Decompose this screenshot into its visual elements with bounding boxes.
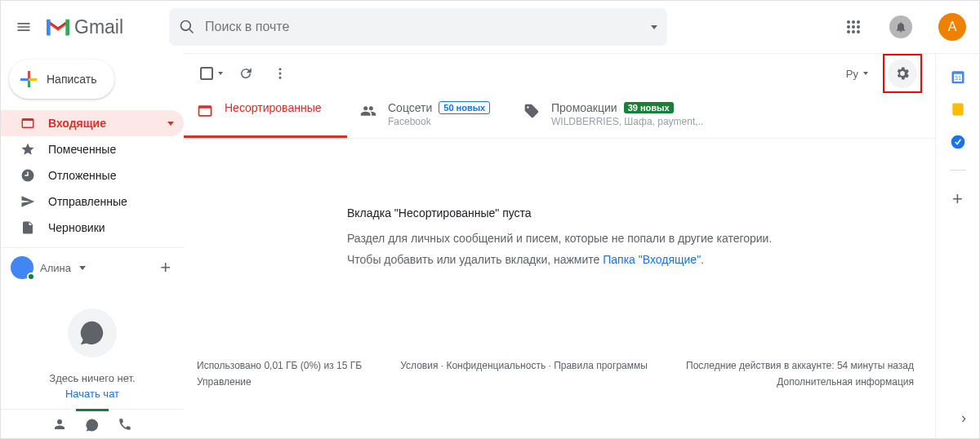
refresh-icon — [238, 66, 253, 81]
hangouts-tab-contacts[interactable] — [43, 410, 76, 439]
nav-snoozed[interactable]: Отложенные — [1, 162, 184, 188]
addon-divider — [950, 170, 966, 171]
footer-storage-line1: Использовано 0,01 ГБ (0%) из 15 ГБ — [197, 357, 362, 374]
lang-label: Ру — [846, 68, 858, 80]
tab-social-badge: 50 новых — [439, 101, 490, 114]
gear-icon — [894, 65, 911, 82]
presence-badge — [27, 273, 35, 281]
keep-icon — [950, 101, 966, 118]
svg-point-5 — [857, 25, 860, 29]
gmail-logo-icon — [47, 18, 69, 36]
footer-activity-details-link[interactable]: Дополнительная информация — [777, 376, 914, 388]
search-options-caret[interactable] — [651, 25, 657, 29]
bell-icon — [894, 20, 907, 33]
hangouts-empty-state: Здесь ничего нет. Начать чат — [1, 284, 184, 400]
select-all-checkbox[interactable] — [197, 59, 226, 88]
empty-title: Вкладка "Несортированные" пуста — [347, 202, 922, 224]
nav-starred[interactable]: Помеченные — [1, 136, 184, 162]
more-menu-button[interactable] — [265, 59, 295, 88]
nav-inbox[interactable]: Входящие — [1, 110, 184, 136]
tasks-icon — [950, 134, 966, 150]
inbox-icon — [20, 116, 35, 131]
file-icon — [20, 220, 35, 235]
nav-sent-label: Отправленные — [48, 195, 127, 208]
clock-icon — [20, 168, 35, 183]
footer-storage-manage-link[interactable]: Управление — [197, 376, 252, 388]
hamburger-icon — [16, 19, 32, 35]
tab-primary-label: Несортированные — [225, 101, 322, 114]
compose-label: Написать — [47, 73, 96, 86]
primary-tab-icon — [197, 103, 213, 119]
svg-point-8 — [857, 30, 860, 33]
footer-links[interactable]: Условия · Конфиденциальность · Правила п… — [400, 357, 648, 391]
nav-drafts-label: Черновики — [48, 221, 105, 234]
tab-social[interactable]: Соцсети 50 новых Facebook — [347, 93, 510, 138]
promo-tab-icon — [523, 103, 540, 119]
search-icon — [179, 19, 195, 35]
compose-button[interactable]: Написать — [9, 60, 114, 99]
checkbox-icon — [200, 67, 213, 80]
phone-icon — [118, 417, 132, 432]
tab-primary[interactable]: Несортированные — [184, 93, 347, 138]
notifications-button[interactable] — [889, 16, 912, 38]
svg-rect-15 — [952, 104, 963, 116]
gmail-logo[interactable]: Gmail — [47, 16, 123, 38]
apps-grid-icon — [846, 20, 861, 34]
nav-snoozed-label: Отложенные — [48, 169, 116, 182]
settings-button[interactable] — [888, 59, 917, 88]
hangouts-header[interactable]: Алина + — [1, 247, 184, 284]
addon-get-addons-button[interactable]: + — [952, 190, 963, 208]
svg-point-9 — [279, 68, 282, 70]
hangouts-avatar — [11, 256, 33, 279]
person-icon — [52, 417, 67, 432]
hangouts-start-chat-link[interactable]: Начать чат — [1, 388, 184, 400]
svg-point-0 — [847, 20, 850, 24]
tab-promo-label: Промоакции — [551, 101, 617, 114]
select-caret-icon — [218, 72, 223, 75]
nav-inbox-label: Входящие — [48, 117, 154, 130]
svg-point-4 — [852, 25, 855, 29]
tab-promo-badge: 39 новых — [624, 102, 674, 113]
nav-sent[interactable]: Отправленные — [1, 188, 184, 215]
empty-inbox-settings-link[interactable]: Папка "Входящие" — [603, 253, 701, 266]
calendar-icon: 31 — [950, 69, 966, 85]
addon-keep[interactable] — [950, 101, 966, 118]
more-vert-icon — [273, 66, 287, 81]
input-language-switch[interactable]: Ру — [841, 64, 873, 83]
svg-point-10 — [279, 73, 282, 75]
search-bar[interactable] — [169, 8, 667, 46]
hangouts-empty-text: Здесь ничего нет. — [1, 372, 184, 384]
collapse-sidepanel-button[interactable]: › — [961, 410, 966, 427]
hangouts-caret-icon — [79, 266, 86, 270]
addon-calendar[interactable]: 31 — [950, 69, 966, 85]
tab-promo-sub: WILDBERRIES, Шафа, payment,.. — [551, 116, 703, 127]
svg-text:31: 31 — [954, 74, 960, 82]
google-apps-button[interactable] — [844, 17, 863, 37]
nav-drafts[interactable]: Черновики — [1, 215, 184, 241]
tab-social-label: Соцсети — [388, 101, 432, 114]
main-menu-button[interactable] — [14, 17, 33, 37]
refresh-button[interactable] — [231, 59, 261, 88]
tab-promotions[interactable]: Промоакции 39 новых WILDBERRIES, Шафа, p… — [510, 93, 716, 138]
hangouts-tab-chats[interactable] — [76, 409, 109, 438]
chat-bubble-icon — [85, 418, 100, 432]
addon-tasks[interactable] — [950, 134, 966, 150]
account-avatar[interactable]: А — [938, 13, 966, 41]
hangouts-tab-calls[interactable] — [109, 410, 141, 439]
footer-activity: Последние действия в аккаунте: 54 минуты… — [686, 357, 914, 391]
hangouts-new-chat-button[interactable]: + — [160, 259, 174, 277]
lang-caret-icon — [863, 72, 868, 75]
svg-point-7 — [852, 30, 855, 33]
search-input[interactable] — [205, 20, 641, 34]
compose-plus-icon — [20, 71, 37, 87]
social-tab-icon — [360, 103, 376, 119]
hangouts-user-name: Алина — [40, 262, 71, 274]
hangouts-empty-icon — [68, 308, 117, 357]
empty-line1: Раздел для личных сообщений и писем, кот… — [347, 228, 922, 250]
settings-highlight-box — [883, 54, 922, 93]
empty-state: Вкладка "Несортированные" пуста Раздел д… — [184, 139, 935, 271]
svg-point-2 — [857, 20, 860, 24]
avatar-initial: А — [948, 20, 957, 34]
nav-inbox-caret — [167, 122, 174, 126]
empty-line2: Чтобы добавить или удалить вкладки, нажм… — [347, 249, 922, 271]
